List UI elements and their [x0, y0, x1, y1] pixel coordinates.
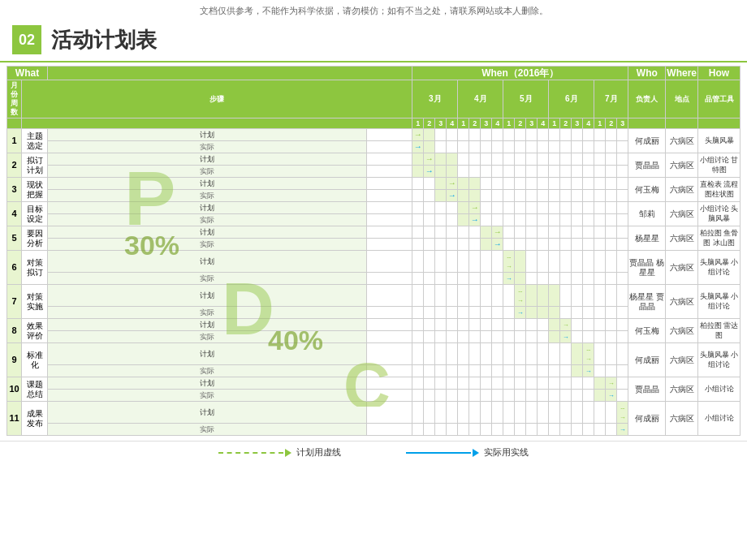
w19r5p — [617, 226, 628, 239]
w14r1a — [560, 141, 572, 153]
w3r2p — [435, 153, 447, 166]
table-row: 6 对策拟订 计划 --→ 贾晶晶 杨星星 六病区 头脑风暴 小组讨论 — [7, 251, 741, 273]
w4r11p — [447, 402, 458, 424]
wk-17: 1 — [594, 118, 606, 129]
w6r5a — [469, 239, 481, 251]
w19r8p — [617, 319, 628, 331]
w2r10p — [424, 377, 435, 390]
w7r8p — [481, 319, 492, 331]
w3r10p — [435, 377, 447, 390]
w4r10a — [447, 390, 458, 402]
w18r4p — [606, 202, 617, 214]
w17r9p — [594, 343, 606, 365]
plan-label-3: 计划 — [48, 178, 367, 190]
w2r7p — [424, 285, 435, 307]
w16r9p: --→ — [583, 343, 594, 365]
plan-label-9: 计划 — [48, 343, 367, 365]
row-num-3: 3 — [7, 178, 22, 202]
w9r10a — [503, 390, 515, 402]
w1r8a — [412, 331, 424, 343]
w4r8a — [447, 331, 458, 343]
w17r4a — [594, 214, 606, 226]
w15r11p — [572, 402, 583, 424]
w13r9p — [549, 343, 560, 365]
where-9: 六病区 — [666, 343, 698, 377]
w12r4a — [538, 214, 549, 226]
how-1: 头脑风暴 — [698, 129, 741, 153]
w16r10a — [583, 390, 594, 402]
w1r1p: → — [412, 129, 424, 141]
w5r7p — [458, 285, 469, 307]
wk-13: 1 — [549, 118, 560, 129]
how-4: 小组讨论 头脑风暴 — [698, 202, 741, 226]
w5r5a — [458, 239, 469, 251]
w14r11a — [560, 424, 572, 436]
w4r7a — [447, 307, 458, 319]
w17r11p — [594, 402, 606, 424]
w7r8a — [481, 331, 492, 343]
w5r4a — [458, 214, 469, 226]
dashed-arrow-icon — [285, 449, 291, 457]
row-num-7: 7 — [7, 285, 22, 319]
plan-arrow-10 — [367, 377, 412, 390]
w4r5p — [447, 226, 458, 239]
w13r2p — [549, 153, 560, 166]
w16r7a — [583, 307, 594, 319]
w13r1a — [549, 141, 560, 153]
w18r4a — [606, 214, 617, 226]
w3r1p — [435, 129, 447, 141]
actual-label-5: 实际 — [48, 239, 367, 251]
w4r1p — [447, 129, 458, 141]
w13r6a — [549, 273, 560, 285]
w9r8a — [503, 331, 515, 343]
row-num-8: 8 — [7, 319, 22, 343]
plan-label-11: 计划 — [48, 402, 367, 424]
w18r11a — [606, 424, 617, 436]
w1r9p — [412, 343, 424, 365]
header-month-week: 月份周数 — [7, 80, 22, 118]
month-6: 6月 — [549, 80, 594, 118]
w4r3p: → — [447, 178, 458, 190]
w8r5p: → — [492, 226, 503, 239]
w5r4p — [458, 202, 469, 214]
w12r3p — [538, 178, 549, 190]
w4r2a — [447, 166, 458, 178]
w10r7a: → — [515, 307, 526, 319]
header-who: Who — [628, 67, 666, 80]
wk-5: 1 — [458, 118, 469, 129]
w5r9p — [458, 343, 469, 365]
w7r1p — [481, 129, 492, 141]
actual-label-3: 实际 — [48, 190, 367, 202]
w13r7p — [549, 285, 560, 307]
w10r1p — [515, 129, 526, 141]
w2r4a — [424, 214, 435, 226]
w8r11p — [492, 402, 503, 424]
w18r5a — [606, 239, 617, 251]
plan-arrow-5 — [367, 226, 412, 239]
where-5: 六病区 — [666, 226, 698, 251]
w6r4p: → — [469, 202, 481, 214]
where-6: 六病区 — [666, 251, 698, 285]
w11r1p — [526, 129, 538, 141]
w15r8p — [572, 319, 583, 331]
table-row: 4 目标设定 计划 → 邹莉 六病区 小组讨论 头脑风暴 — [7, 202, 741, 214]
w17r8p — [594, 319, 606, 331]
plan-arrow-6 — [367, 251, 412, 273]
w11r11p — [526, 402, 538, 424]
where-8: 六病区 — [666, 319, 698, 343]
w1r10p — [412, 377, 424, 390]
w15r2a — [572, 166, 583, 178]
w11r7p — [526, 285, 538, 307]
w6r6p — [469, 251, 481, 273]
w15r11a — [572, 424, 583, 436]
w2r11p — [424, 402, 435, 424]
w14r2a — [560, 166, 572, 178]
w17r10a — [594, 390, 606, 402]
w4r1a — [447, 141, 458, 153]
w9r9a — [503, 365, 515, 377]
who-3: 何玉梅 — [628, 178, 666, 202]
row-num-1: 1 — [7, 129, 22, 153]
w5r11a — [458, 424, 469, 436]
table-row: 8 效果评价 计划 → 何玉梅 六病区 柏拉图 雷达图 — [7, 319, 741, 331]
w18r8a — [606, 331, 617, 343]
